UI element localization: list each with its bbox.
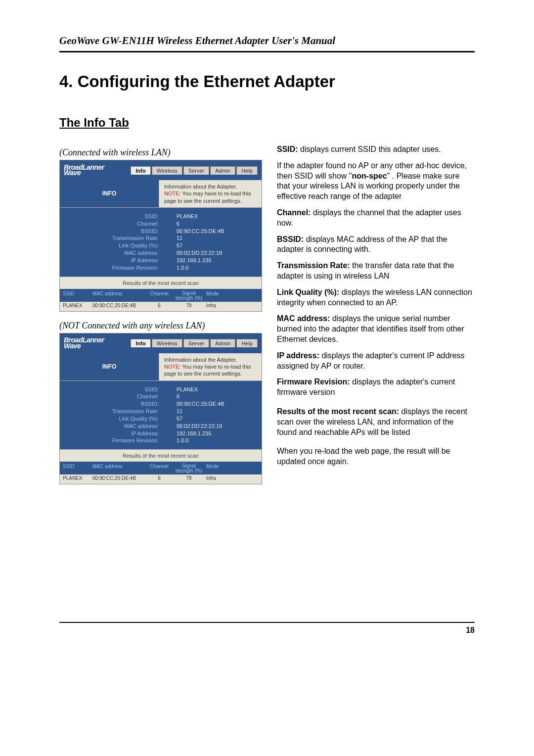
tab-admin[interactable]: Admin (210, 339, 235, 347)
logo: BroadLanner Wave (64, 337, 104, 348)
tab-server[interactable]: Server (183, 339, 209, 347)
value-ip: 192.168.1.235 (177, 257, 262, 264)
label-ip: IP Address: (60, 257, 159, 264)
label-linkq: Link Quality (%): (60, 242, 159, 249)
value-txrate: 11 (177, 235, 262, 242)
label-ssid: SSID: (60, 213, 159, 220)
tab-wireless[interactable]: Wireless (152, 166, 182, 175)
screenshot-not-connected: BroadLanner Wave Info Wireless Server Ad… (59, 333, 262, 485)
tab-wireless[interactable]: Wireless (152, 339, 182, 347)
value-bssid: 00:90:CC:25:DE:4B (177, 228, 262, 235)
page-header: GeoWave GW-EN11H Wireless Ethernet Adapt… (59, 35, 475, 52)
label-bssid: BSSID: (60, 228, 159, 235)
label-txrate: Transmission Rate: (60, 235, 159, 242)
label-fw: Firmware Revision: (60, 264, 159, 272)
info-block: SSID: Channel: BSSID: Transmission Rate:… (60, 208, 262, 277)
value-ssid: PLANEX (177, 213, 262, 220)
caption-connected: (Connected with wireless LAN) (59, 147, 262, 158)
scan-row: PLANEX 00:90:CC:25:DE:4B 6 78 Infra (60, 302, 262, 311)
scan-header: SSID MAC address Channel Signalstrength … (60, 289, 262, 302)
value-linkq: 57 (177, 242, 262, 249)
tab-info[interactable]: Info (131, 166, 150, 175)
tab-help[interactable]: Help (236, 339, 258, 347)
logo: BroadLanner Wave (64, 165, 104, 176)
description-column: SSID: displays current SSID this adapter… (277, 144, 475, 473)
scan-header: SSID MAC address Channel Signalstrength … (60, 462, 262, 474)
tab-help[interactable]: Help (236, 166, 258, 175)
caption-not-connected: (NOT Connected with any wireless LAN) (59, 321, 262, 331)
nav-tabs: Info Wireless Server Admin Help (131, 166, 258, 175)
subsection-title: The Info Tab (59, 116, 475, 130)
page-number: 18 (466, 626, 475, 634)
value-fw: 1.0.0 (177, 264, 262, 272)
panel-desc: Information about the Adapter. NOTE: You… (159, 180, 262, 207)
scan-row: PLANEX 00:90:CC:25:DE:4B 6 78 Infra (60, 474, 262, 484)
label-channel: Channel: (60, 220, 159, 228)
tab-server[interactable]: Server (183, 166, 209, 175)
page-footer: 18 (59, 622, 475, 635)
value-mac: 00:02:DD:22:22:18 (177, 249, 262, 257)
section-title: 4. Configuring the Ethernet Adapter (59, 72, 475, 91)
panel-title: INFO (60, 353, 159, 380)
info-block: SSID: Channel: BSSID: Transmission Rate:… (60, 381, 262, 450)
panel-desc: Information about the Adapter. NOTE: You… (159, 353, 262, 380)
screenshot-connected: BroadLanner Wave Info Wireless Server Ad… (59, 160, 262, 312)
nav-tabs: Info Wireless Server Admin Help (131, 339, 258, 347)
panel-title: INFO (60, 180, 159, 207)
tab-info[interactable]: Info (131, 339, 150, 347)
scan-title: Results of the most recent scan (60, 277, 262, 289)
tab-admin[interactable]: Admin (210, 166, 235, 175)
scan-title: Results of the most recent scan (60, 449, 262, 462)
value-channel: 6 (177, 220, 262, 228)
label-mac: MAC address: (60, 249, 159, 257)
